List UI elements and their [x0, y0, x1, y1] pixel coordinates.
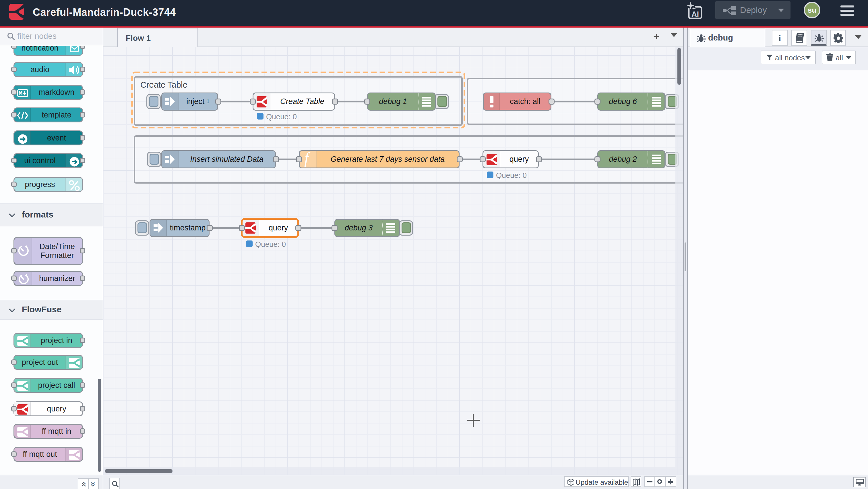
- svg-text:AI: AI: [691, 10, 699, 19]
